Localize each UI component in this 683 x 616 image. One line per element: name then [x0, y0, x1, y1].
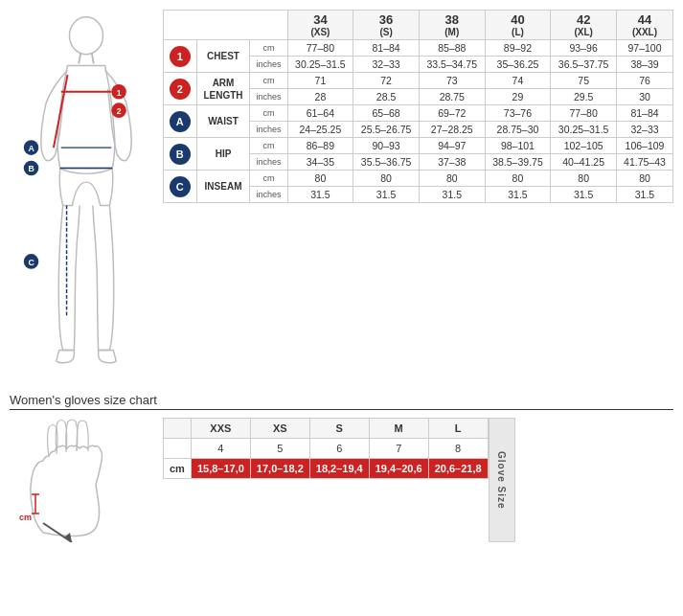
glove-header-row: XXSXSSML	[164, 419, 489, 439]
glove-size-val-4: 8	[428, 439, 488, 459]
icon-cell-1: 2	[164, 73, 197, 105]
data-cell-2-cm-0: 61–64	[287, 105, 353, 122]
glove-cm-val-3: 19,4–20,6	[369, 459, 428, 479]
data-cell-4-cm-2: 80	[419, 171, 485, 187]
data-cell-3-inches-0: 34–35	[287, 154, 353, 171]
glove-table-outer: XXSXSSML 45678cm15,8–17,017,0–18,218,2–1…	[163, 418, 515, 542]
data-cell-2-cm-1: 65–68	[353, 105, 420, 122]
cm-unit-0: cm	[250, 40, 287, 57]
label-cell-3: HIP	[196, 138, 250, 171]
glove-size-table: XXSXSSML 45678cm15,8–17,017,0–18,218,2–1…	[163, 418, 489, 479]
size-col-xxl: 44 (XXL)	[616, 11, 672, 40]
gloves-section: Women's gloves size chart cm	[0, 383, 683, 552]
svg-text:A: A	[28, 144, 34, 153]
cm-unit-3: cm	[250, 138, 287, 154]
inches-unit-3: inches	[250, 154, 287, 171]
circle-icon-3: B	[170, 144, 191, 165]
icon-cell-2: A	[164, 105, 197, 138]
glove-size-label	[164, 439, 192, 459]
data-cell-1-inches-3: 29	[485, 89, 551, 105]
svg-point-0	[69, 17, 102, 55]
svg-line-1	[79, 54, 80, 64]
label-cell-1: ARM LENGTH	[196, 73, 250, 105]
gloves-title: Women's gloves size chart	[10, 393, 673, 410]
svg-line-2	[92, 54, 94, 64]
glove-size-number-row: 45678	[164, 439, 489, 459]
data-cell-4-cm-3: 80	[485, 171, 551, 187]
data-cell-3-cm-0: 86–89	[287, 138, 353, 154]
body-figure-svg: A B C 1 2	[14, 10, 158, 364]
glove-size-val-3: 7	[369, 439, 428, 459]
glove-col-m: M	[369, 419, 428, 439]
cm-unit-1: cm	[250, 73, 287, 89]
data-cell-0-inches-1: 32–33	[353, 57, 420, 73]
data-cell-0-inches-2: 33.5–34.75	[419, 57, 485, 73]
size-col-s: 36 (S)	[353, 11, 420, 40]
data-cell-2-cm-3: 73–76	[485, 105, 551, 122]
data-cell-2-cm-5: 81–84	[616, 105, 672, 122]
data-cell-2-inches-2: 27–28.25	[419, 122, 485, 138]
data-cell-0-inches-5: 38–39	[616, 57, 672, 73]
data-cell-4-cm-0: 80	[287, 171, 353, 187]
data-cell-1-inches-2: 28.75	[419, 89, 485, 105]
glove-size-val-1: 5	[250, 439, 309, 459]
data-cell-1-inches-5: 30	[616, 89, 672, 105]
table-row-0-cm: 1CHESTcm77–8081–8485–8889–9293–9697–100	[164, 40, 673, 57]
data-cell-1-cm-5: 76	[616, 73, 672, 89]
data-cell-4-inches-5: 31.5	[616, 187, 672, 203]
inches-unit-0: inches	[250, 57, 287, 73]
label-cell-4: INSEAM	[196, 171, 250, 203]
glove-col-xxs: XXS	[191, 419, 250, 439]
main-container: A B C 1 2 34 (XS)	[0, 0, 683, 374]
data-cell-4-inches-0: 31.5	[287, 187, 353, 203]
cm-unit-4: cm	[250, 171, 287, 187]
data-cell-1-inches-0: 28	[287, 89, 353, 105]
label-cell-2: WAIST	[196, 105, 250, 138]
icon-cell-3: B	[164, 138, 197, 171]
data-cell-3-inches-2: 37–38	[419, 154, 485, 171]
data-cell-4-cm-1: 80	[353, 171, 420, 187]
circle-icon-0: 1	[170, 46, 191, 67]
data-cell-1-cm-4: 75	[551, 73, 617, 89]
glove-cm-label: cm	[164, 459, 192, 479]
data-cell-3-cm-2: 94–97	[419, 138, 485, 154]
data-cell-2-inches-0: 24–25.25	[287, 122, 353, 138]
glove-col-xs: XS	[250, 419, 309, 439]
glove-cm-val-0: 15,8–17,0	[191, 459, 250, 479]
data-cell-4-cm-4: 80	[551, 171, 617, 187]
main-size-table: 34 (XS) 36 (S) 38 (M) 40 (L)	[163, 10, 673, 203]
circle-icon-4: C	[170, 176, 191, 197]
inches-unit-4: inches	[250, 187, 287, 203]
label-cell-0: CHEST	[196, 40, 250, 73]
data-cell-4-inches-4: 31.5	[551, 187, 617, 203]
data-cell-4-inches-2: 31.5	[419, 187, 485, 203]
data-cell-1-cm-0: 71	[287, 73, 353, 89]
data-cell-2-inches-1: 25.5–26.75	[353, 122, 420, 138]
icon-cell-0: 1	[164, 40, 197, 73]
glove-svg: cm	[14, 418, 158, 542]
data-cell-1-inches-1: 28.5	[353, 89, 420, 105]
glove-col-s: S	[309, 419, 369, 439]
glove-cm-row: cm15,8–17,017,0–18,218,2–19,419,4–20,620…	[164, 459, 489, 479]
size-col-xl: 42 (XL)	[551, 11, 617, 40]
svg-text:cm: cm	[19, 513, 32, 522]
svg-text:2: 2	[117, 106, 122, 116]
body-figure: A B C 1 2	[10, 10, 163, 364]
data-cell-2-cm-2: 69–72	[419, 105, 485, 122]
data-cell-0-inches-4: 36.5–37.75	[551, 57, 617, 73]
data-cell-1-cm-3: 74	[485, 73, 551, 89]
size-col-l: 40 (L)	[485, 11, 551, 40]
data-cell-4-inches-1: 31.5	[353, 187, 420, 203]
data-cell-0-cm-1: 81–84	[353, 40, 420, 57]
data-cell-3-inches-4: 40–41.25	[551, 154, 617, 171]
data-cell-0-cm-4: 93–96	[551, 40, 617, 57]
data-cell-2-cm-4: 77–80	[551, 105, 617, 122]
data-cell-3-cm-5: 106–109	[616, 138, 672, 154]
data-cell-1-inches-4: 29.5	[551, 89, 617, 105]
table-row-2-cm: AWAISTcm61–6465–6869–7273–7677–8081–84	[164, 105, 673, 122]
data-cell-0-inches-3: 35–36.25	[485, 57, 551, 73]
size-header-row: 34 (XS) 36 (S) 38 (M) 40 (L)	[164, 11, 673, 40]
svg-text:B: B	[28, 164, 34, 173]
size-col-m: 38 (M)	[419, 11, 485, 40]
circle-icon-1: 2	[170, 79, 191, 100]
